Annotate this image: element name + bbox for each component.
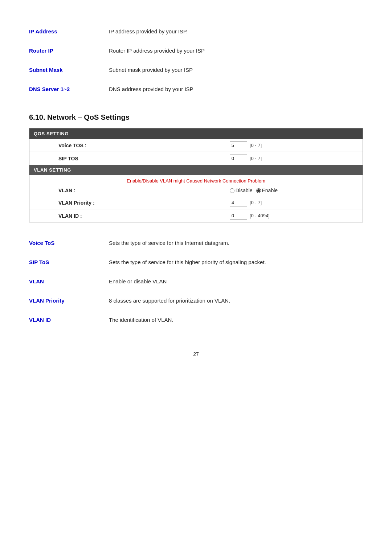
desc-text: Sets the type of service for this higher…	[109, 259, 363, 265]
field-desc: Subnet mask provided by your ISP	[109, 67, 363, 73]
vlan-input-group: [0 - 4094]	[230, 212, 270, 219]
qos-body: Voice TOS : [0 - 7] SIP TOS [0 - 7] VLAN…	[29, 139, 363, 222]
desc-field-row: VLAN ID The identification of VLAN.	[29, 310, 363, 329]
field-row: DNS Server 1~2 DNS address provided by y…	[29, 79, 363, 99]
qos-row-value: [0 - 7]	[226, 139, 363, 152]
qos-range: [0 - 7]	[250, 143, 262, 148]
desc-field-row: Voice ToS Sets the type of service for t…	[29, 233, 363, 253]
vlan-range: [0 - 7]	[250, 200, 262, 205]
desc-text: Enable or disable VLAN	[109, 278, 363, 284]
desc-label: VLAN	[29, 278, 109, 284]
page-number: 27	[29, 351, 363, 357]
qos-row: Voice TOS : [0 - 7]	[29, 139, 363, 152]
vlan-row-label: VLAN ID :	[29, 209, 226, 222]
qos-row-label: SIP TOS	[29, 152, 226, 165]
vlan-row-label: VLAN Priority :	[29, 196, 226, 209]
qos-range: [0 - 7]	[250, 156, 262, 161]
vlan-disable-radio[interactable]	[230, 188, 234, 193]
field-row: IP Address IP address provided by your I…	[29, 22, 363, 41]
section-heading: 6.10. Network – QoS Settings	[29, 113, 363, 122]
field-desc: Router IP address provided by your ISP	[109, 48, 363, 54]
vlan-row: VLAN Priority : [0 - 7]	[29, 196, 363, 209]
qos-row: SIP TOS [0 - 7]	[29, 152, 363, 165]
desc-label: SIP ToS	[29, 259, 109, 265]
desc-field-row: SIP ToS Sets the type of service for thi…	[29, 253, 363, 272]
desc-label: VLAN Priority	[29, 297, 109, 304]
qos-settings-table: QOS SETTING Voice TOS : [0 - 7] SIP TOS …	[29, 128, 363, 222]
desc-label: VLAN ID	[29, 317, 109, 323]
vlan-input-group: [0 - 7]	[230, 199, 262, 206]
vlan-section-header: VLAN SETTING	[29, 165, 363, 175]
vlan-range: [0 - 4094]	[250, 213, 270, 218]
field-row: Subnet Mask Subnet mask provided by your…	[29, 60, 363, 79]
vlan-row-value: [0 - 7]	[226, 196, 363, 209]
qos-row-value: [0 - 7]	[226, 152, 363, 165]
qos-input[interactable]	[230, 141, 247, 149]
vlan-row: VLAN ID : [0 - 4094]	[29, 209, 363, 222]
desc-rows: Voice ToS Sets the type of service for t…	[29, 233, 363, 329]
vlan-radio-group: Disable Enable	[230, 188, 359, 193]
desc-text: The identification of VLAN.	[109, 317, 363, 323]
qos-input[interactable]	[230, 155, 247, 162]
field-desc: DNS address provided by your ISP	[109, 86, 363, 92]
field-label: IP Address	[29, 28, 109, 34]
field-label: Subnet Mask	[29, 67, 109, 73]
vlan-warning-row: Enable/Disable VLAN might Caused Network…	[29, 175, 363, 185]
vlan-row: VLAN : Disable Enable	[29, 185, 363, 196]
field-desc: IP address provided by your ISP.	[109, 28, 363, 34]
desc-text: 8 classes are supported for prioritizati…	[109, 297, 363, 304]
vlan-enable-radio[interactable]	[256, 188, 261, 193]
desc-field-row: VLAN Enable or disable VLAN	[29, 272, 363, 291]
vlan-disable-label[interactable]: Disable	[230, 188, 253, 193]
desc-label: Voice ToS	[29, 240, 109, 246]
field-label: DNS Server 1~2	[29, 86, 109, 92]
vlan-row-value: [0 - 4094]	[226, 209, 363, 222]
qos-header: QOS SETTING	[29, 128, 363, 139]
field-label: Router IP	[29, 48, 109, 54]
field-row: Router IP Router IP address provided by …	[29, 41, 363, 60]
vlan-enable-label[interactable]: Enable	[256, 188, 278, 193]
vlan-row-label: VLAN :	[29, 185, 226, 196]
vlan-row-value: Disable Enable	[226, 185, 363, 196]
desc-text: Sets the type of service for this Intern…	[109, 240, 363, 246]
vlan-header: VLAN SETTING	[29, 165, 363, 175]
vlan-warning: Enable/Disable VLAN might Caused Network…	[29, 175, 363, 185]
vlan-input[interactable]	[230, 199, 247, 206]
qos-row-label: Voice TOS :	[29, 139, 226, 152]
top-fields: IP Address IP address provided by your I…	[29, 22, 363, 99]
desc-field-row: VLAN Priority 8 classes are supported fo…	[29, 291, 363, 310]
vlan-input[interactable]	[230, 212, 247, 219]
